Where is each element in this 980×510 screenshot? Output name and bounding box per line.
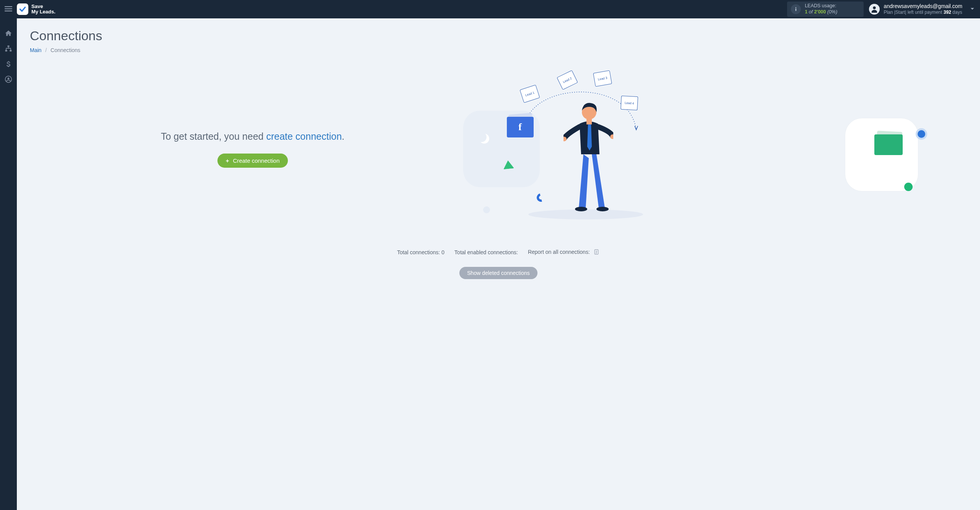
svg-point-10: [8, 77, 10, 79]
leads-usage-value: 1 of 2'000 (0%): [805, 9, 837, 15]
decor-triangle-icon: [503, 160, 514, 170]
lead-card-3: Lead 3: [593, 70, 612, 87]
target-folder-icon: [874, 134, 904, 156]
decor-dot-icon: [904, 183, 913, 191]
lead-card-4: Lead 4: [621, 96, 638, 110]
svg-rect-2: [5, 10, 12, 11]
user-icon: [5, 75, 12, 84]
sidebar-item-account[interactable]: [0, 72, 17, 87]
svg-rect-6: [8, 45, 10, 47]
decor-arc-icon: [535, 192, 547, 203]
svg-rect-8: [10, 50, 11, 51]
svg-rect-4: [795, 8, 796, 11]
svg-point-11: [575, 207, 587, 211]
svg-point-5: [873, 7, 876, 9]
app-name: Save My Leads.: [31, 4, 56, 14]
sidebar-item-billing[interactable]: [0, 57, 17, 72]
decor-ring-icon: [916, 128, 927, 140]
menu-toggle-button[interactable]: [0, 5, 17, 14]
chevron-down-icon: [969, 5, 976, 13]
breadcrumb-current: Connections: [51, 47, 80, 53]
account-email: andrewsavemyleads@gmail.com: [884, 3, 962, 10]
sidebar-item-connections[interactable]: [0, 41, 17, 57]
empty-state-text: To get started, you need create connecti…: [65, 130, 440, 143]
document-icon: [593, 248, 599, 257]
person-icon: [564, 93, 613, 216]
avatar-icon: [869, 4, 880, 15]
hamburger-icon: [5, 5, 12, 14]
empty-state: To get started, you need create connecti…: [30, 69, 967, 222]
lead-card-1: Lead 1: [519, 85, 540, 103]
total-connections: Total connections: 0: [397, 249, 444, 255]
svg-rect-1: [5, 8, 12, 9]
sitemap-icon: [5, 45, 12, 54]
page-title: Connections: [30, 28, 967, 43]
report-on-all: Report on all connections:: [528, 248, 600, 256]
dollar-icon: [5, 60, 12, 69]
decor-moon-icon: [479, 134, 489, 144]
create-connection-link[interactable]: create connection: [266, 131, 341, 142]
leads-usage-label: LEADS usage:: [805, 3, 837, 9]
empty-state-cta: To get started, you need create connecti…: [65, 123, 440, 168]
source-folder-icon: f: [507, 117, 534, 138]
plan-line: Plan |Start| left until payment 392 days: [884, 10, 962, 15]
info-icon: [791, 4, 801, 14]
account-dropdown-toggle[interactable]: [965, 5, 980, 13]
leads-usage-box[interactable]: LEADS usage: 1 of 2'000 (0%): [787, 2, 864, 16]
create-connection-button-label: Create connection: [233, 157, 280, 164]
plus-icon: +: [226, 157, 229, 164]
svg-point-3: [795, 7, 797, 8]
lead-card-2: Lead 2: [557, 70, 578, 90]
breadcrumb: Main / Connections: [30, 47, 967, 53]
logo-mark-icon: [17, 3, 28, 15]
empty-state-illustration: f Lead 1 Lead 2 Lead 3 Lead 4: [463, 69, 932, 222]
connections-stats: Total connections: 0 Total enabled conne…: [30, 248, 967, 256]
decor-dot-faint-icon: [483, 206, 490, 213]
sidebar: [0, 18, 17, 510]
account-menu[interactable]: andrewsavemyleads@gmail.com Plan |Start|…: [869, 3, 965, 16]
home-icon: [5, 29, 12, 38]
app-logo[interactable]: Save My Leads.: [17, 3, 56, 15]
report-download-button[interactable]: [593, 248, 600, 256]
sidebar-item-home[interactable]: [0, 26, 17, 41]
breadcrumb-separator: /: [43, 47, 49, 53]
main-content: Connections Main / Connections To get st…: [17, 18, 980, 510]
total-enabled-connections: Total enabled connections:: [454, 249, 518, 255]
svg-rect-0: [5, 6, 12, 7]
breadcrumb-main-link[interactable]: Main: [30, 47, 41, 53]
svg-rect-7: [5, 50, 7, 51]
create-connection-button[interactable]: + Create connection: [217, 154, 288, 168]
svg-point-12: [596, 207, 609, 211]
show-deleted-connections-button[interactable]: Show deleted connections: [459, 267, 537, 279]
top-bar: Save My Leads. LEADS usage: 1 of 2'000 (…: [0, 0, 980, 18]
